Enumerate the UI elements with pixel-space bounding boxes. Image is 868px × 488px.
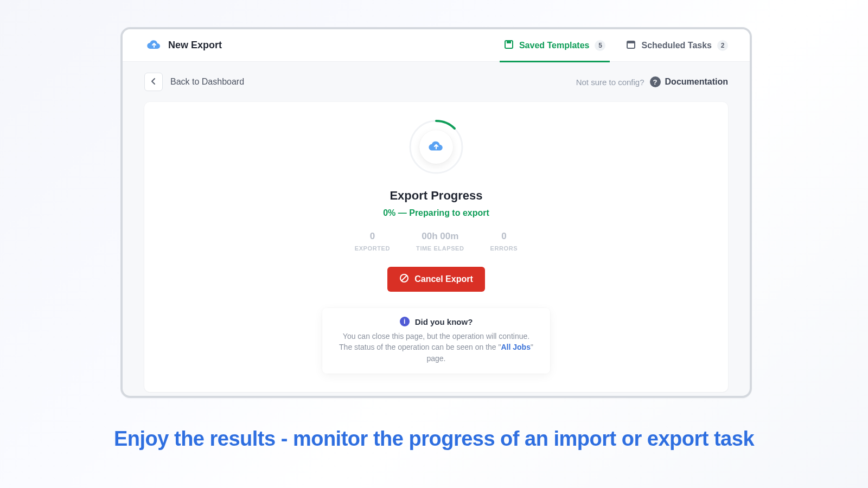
cloud-upload-icon: [146, 38, 162, 53]
back-group: Back to Dashboard: [144, 73, 244, 91]
spinner: [166, 119, 706, 175]
metric-label: ERRORS: [490, 245, 518, 252]
all-jobs-link[interactable]: All Jobs: [501, 343, 530, 351]
page-title: New Export: [168, 40, 222, 51]
cancel-label: Cancel Export: [414, 274, 473, 284]
tab-badge: 5: [595, 40, 605, 51]
metric-value: 0: [355, 231, 390, 242]
metric-elapsed: 00h 00m TIME ELAPSED: [416, 231, 464, 252]
documentation-link[interactable]: ? Documentation: [650, 76, 728, 87]
tip-heading: i Did you know?: [334, 317, 538, 326]
progress-status: 0% — Preparing to export: [166, 208, 706, 218]
metric-value: 00h 00m: [416, 231, 464, 242]
tip-line1: You can close this page, but the operati…: [343, 332, 529, 341]
tab-bar: Saved Templates 5 Scheduled Tasks 2: [504, 29, 728, 62]
tab-label: Saved Templates: [519, 41, 590, 50]
save-icon: [504, 40, 514, 52]
help-text: Not sure to config?: [576, 78, 644, 87]
metric-errors: 0 ERRORS: [490, 231, 518, 252]
marketing-caption: Enjoy the results - monitor the progress…: [0, 427, 868, 451]
back-button[interactable]: [144, 73, 163, 91]
brand: New Export: [146, 38, 504, 53]
cancel-export-button[interactable]: Cancel Export: [387, 267, 485, 292]
calendar-icon: [626, 40, 636, 52]
back-label: Back to Dashboard: [170, 77, 244, 87]
tab-label: Scheduled Tasks: [641, 41, 712, 50]
tip-heading-text: Did you know?: [415, 317, 473, 326]
tip-body: You can close this page, but the operati…: [334, 331, 538, 364]
ban-icon: [399, 273, 409, 285]
svg-rect-3: [627, 41, 635, 43]
tab-scheduled-tasks[interactable]: Scheduled Tasks 2: [626, 29, 728, 62]
question-icon: ?: [650, 76, 661, 87]
progress-title: Export Progress: [166, 189, 706, 203]
arrow-left-icon: [149, 77, 158, 87]
app-window: New Export Saved Templates 5 Scheduled T…: [120, 27, 752, 398]
sub-bar: Back to Dashboard Not sure to config? ? …: [123, 62, 750, 102]
metric-value: 0: [490, 231, 518, 242]
tab-badge: 2: [717, 40, 728, 51]
metric-exported: 0 EXPORTED: [355, 231, 390, 252]
tip-card: i Did you know? You can close this page,…: [322, 308, 550, 374]
metric-label: TIME ELAPSED: [416, 245, 464, 252]
tab-saved-templates[interactable]: Saved Templates 5: [504, 29, 606, 62]
tip-line2-pre: The status of the operation can be seen …: [339, 343, 501, 351]
help-group: Not sure to config? ? Documentation: [576, 76, 728, 87]
metrics: 0 EXPORTED 00h 00m TIME ELAPSED 0 ERRORS: [166, 231, 706, 252]
svg-line-6: [402, 276, 407, 281]
metric-label: EXPORTED: [355, 245, 390, 252]
progress-card: Export Progress 0% — Preparing to export…: [144, 102, 728, 392]
top-bar: New Export Saved Templates 5 Scheduled T…: [123, 29, 750, 62]
svg-rect-1: [507, 41, 511, 43]
documentation-label: Documentation: [665, 77, 728, 87]
info-icon: i: [400, 317, 410, 326]
